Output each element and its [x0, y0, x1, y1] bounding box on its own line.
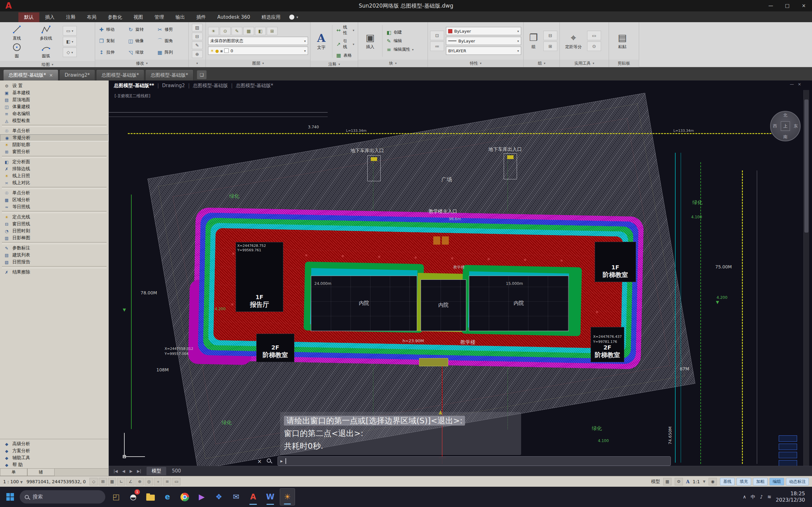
palette-item-17[interactable]: ☀定点光线	[0, 214, 108, 221]
edge-browser-icon[interactable]: e	[160, 488, 175, 505]
modify-tool-8[interactable]: ▦阵列	[156, 47, 185, 58]
palette-item-12[interactable]: ☀线上日照	[0, 172, 108, 179]
ribbon-tab-1[interactable]: 插入	[39, 12, 60, 22]
palette-item-23[interactable]: ▧日照报告	[0, 259, 108, 266]
document-tab-3[interactable]: 总图模型-基础版*	[145, 69, 194, 80]
modify-tool-2[interactable]: ✂修剪	[156, 24, 185, 35]
palette-item-3[interactable]: ◫体量建模	[0, 103, 108, 110]
layer-tool-5[interactable]: ⊞	[267, 27, 277, 35]
polygon-tool[interactable]: ◇▾	[63, 48, 77, 57]
modify-tool-7[interactable]: ◹缩放	[126, 47, 156, 58]
word-icon[interactable]: W	[263, 488, 278, 505]
palette-item-1[interactable]: ▣基本建模	[0, 89, 108, 96]
otrack-icon[interactable]: ◎	[145, 478, 153, 486]
next-tab-icon[interactable]: ▶	[128, 469, 134, 473]
compass-east[interactable]: 东	[794, 123, 798, 129]
ribbon-tab-0[interactable]: 默认	[18, 12, 39, 22]
create-block-tool[interactable]: ◧创建	[385, 29, 415, 36]
palette-item-8[interactable]: ☀阴影轮廓	[0, 141, 108, 148]
autocad-icon[interactable]: A	[246, 488, 261, 505]
panel-label-group[interactable]: 组▾	[524, 60, 560, 67]
status-toggle-1[interactable]: 填充	[737, 478, 751, 486]
palette-bottom-item-0[interactable]: ◆高级分析	[0, 441, 108, 447]
ribbon-tab-9[interactable]: Autodesk 360	[212, 12, 256, 22]
properties-list-tool[interactable]: ≔	[430, 42, 444, 51]
transparency-icon[interactable]: ▭	[172, 478, 181, 486]
mail-app-icon[interactable]: ✉	[229, 488, 244, 505]
prev-tab-icon[interactable]: ◀	[120, 469, 126, 473]
palette-bottom-item-2[interactable]: ◆辅助工具	[0, 454, 108, 461]
palette-item-20[interactable]: ▥日影棒图	[0, 234, 108, 241]
measure-tool[interactable]: ⌖ 定距等分	[562, 24, 585, 58]
line-tool[interactable]: 直线	[2, 24, 32, 42]
photos-app-icon[interactable]: ❖	[211, 488, 226, 505]
layer-tool-2[interactable]: ✎	[232, 27, 242, 35]
last-tab-icon[interactable]: ▶|	[136, 469, 143, 473]
dynamic-input-icon[interactable]: ＋	[154, 478, 162, 486]
group-edit-tool[interactable]: ⊞	[543, 42, 557, 51]
layer-on-icon[interactable]: ☀	[210, 49, 214, 53]
current-layer-dropdown[interactable]: ☀ ● ▪ 0 ▾	[208, 47, 308, 55]
polyline-tool[interactable]: 多段线	[32, 24, 61, 42]
compass-west[interactable]: 西	[773, 123, 777, 129]
palette-item-0[interactable]: ⚙设 置	[0, 82, 108, 89]
ribbon-tab-2[interactable]: 注释	[60, 12, 81, 22]
palette-item-19[interactable]: ◔日照时刻	[0, 228, 108, 234]
id-point-tool[interactable]: ⊙	[587, 42, 601, 51]
palette-bottom-item-1[interactable]: ◆方案分析	[0, 447, 108, 454]
panel-label-layers[interactable]: 图层▾	[206, 60, 310, 67]
palette-item-4[interactable]: ≡命名编组	[0, 110, 108, 117]
palette-item-15[interactable]: ▦区域分析	[0, 196, 108, 204]
compass-north[interactable]: 北	[783, 112, 788, 118]
isolate-objects-icon[interactable]: ◉	[709, 478, 717, 486]
scrollbar-thumb[interactable]	[804, 100, 809, 233]
palette-item-5[interactable]: ◬模型检查	[0, 117, 108, 124]
snap-icon[interactable]: ⊞	[99, 478, 107, 486]
taskbar-search[interactable]: 搜索	[20, 490, 105, 504]
layer-tool-3[interactable]: ▦	[243, 27, 254, 35]
clock[interactable]: 18:25 2023/12/30	[776, 491, 805, 503]
group-tool[interactable]: ❐ 组	[526, 24, 541, 58]
layer-lock-icon[interactable]: ▪	[220, 49, 223, 53]
drawing-tab-0[interactable]: 总图模型-基础版**	[114, 83, 154, 89]
maximize-button[interactable]: □	[779, 0, 796, 11]
lineweight-dropdown[interactable]: BYLAYER▾	[446, 47, 521, 55]
palette-item-13[interactable]: ≍线上对比	[0, 179, 108, 186]
palette-item-18[interactable]: ⊟窗日照线	[0, 221, 108, 228]
layer-freeze-icon[interactable]: ●	[215, 49, 219, 53]
linetype-dropdown[interactable]: ByLayer▾	[446, 37, 521, 45]
account-icon[interactable]	[289, 14, 294, 20]
start-button[interactable]	[6, 493, 14, 501]
palette-tab-0[interactable]: 单	[0, 469, 27, 476]
hatch-tool[interactable]: ◧▾	[63, 37, 77, 46]
compass-top[interactable]: 上	[781, 121, 790, 131]
ribbon-tab-10[interactable]: 精选应用	[256, 12, 286, 22]
drawing-canvas[interactable]: 总图模型-基础版**|Drawing2|总图模型-基础版|总图模型-基础版* […	[109, 80, 812, 476]
close-button[interactable]: ×	[796, 0, 812, 11]
tray-expand-icon[interactable]: ∧	[743, 494, 746, 500]
chat-app-icon[interactable]: ◓1	[125, 488, 141, 505]
palette-item-11[interactable]: ✗排除边线	[0, 165, 108, 172]
arc-tool[interactable]: 圆弧	[32, 42, 61, 59]
rectangle-tool[interactable]: ▭▾	[63, 26, 77, 36]
edit-block-tool[interactable]: ✎编辑	[385, 38, 415, 45]
linear-dimension-tool[interactable]: ↔线性▾	[335, 24, 356, 37]
ortho-icon[interactable]: ∟	[117, 478, 125, 486]
palette-item-21[interactable]: ✎参数标注	[0, 245, 108, 251]
search-icon[interactable]	[267, 458, 271, 463]
palette-item-14[interactable]: ☉单点分析	[0, 189, 108, 196]
edit-attributes-tool[interactable]: ≡编辑属性▾	[385, 46, 415, 53]
modify-tool-5[interactable]: ⌒圆角	[156, 35, 185, 47]
panel-label-utilities[interactable]: 实用工具▾	[560, 60, 609, 67]
compass-south[interactable]: 南	[783, 134, 788, 140]
view-compass[interactable]: 北 南 西 东 上	[770, 111, 801, 141]
viewport-minimize-icon[interactable]: —	[790, 82, 794, 87]
ribbon-tab-6[interactable]: 管理	[149, 12, 170, 22]
ribbon-tab-7[interactable]: 输出	[170, 12, 191, 22]
strip-tool-2[interactable]: ✎	[192, 42, 203, 49]
viewport-close-icon[interactable]: ×	[798, 82, 801, 87]
grid-display-icon[interactable]: ▦	[663, 478, 671, 486]
palette-item-24[interactable]: ✗结果擦除	[0, 269, 108, 276]
ribbon-tab-8[interactable]: 插件	[191, 12, 212, 22]
ungroup-tool[interactable]: ⊟	[543, 31, 557, 40]
